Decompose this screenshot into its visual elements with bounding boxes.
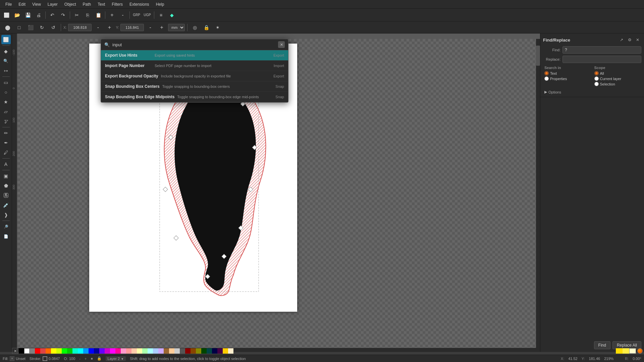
- scrollbar-thumb[interactable]: [536, 46, 540, 66]
- print-btn[interactable]: 🖨: [34, 10, 44, 20]
- find-close-btn[interactable]: ✕: [634, 36, 641, 44]
- calligraphy-tool[interactable]: 🖊: [1, 148, 11, 157]
- ungroup-btn[interactable]: UGP: [142, 10, 152, 20]
- swatch-dark-purple[interactable]: [217, 348, 223, 354]
- zoom-level[interactable]: 219%: [604, 357, 621, 361]
- cmd-result-snap-edge[interactable]: Snap Bounding Box Edge Midpoints Toggle …: [101, 92, 288, 102]
- swatch-dark-teal[interactable]: [207, 348, 212, 354]
- cmd-result-snap-bbox[interactable]: Snap Bounding Box Centers Toggle snappin…: [101, 81, 288, 92]
- swatch-yellow-green[interactable]: [56, 348, 62, 354]
- node-tool[interactable]: ◆: [1, 47, 11, 56]
- swatch-red2[interactable]: [40, 348, 46, 354]
- swatch-skin[interactable]: [169, 348, 174, 354]
- swatch-peach[interactable]: [131, 348, 137, 354]
- mesh-tool[interactable]: ⬟: [1, 181, 11, 190]
- swatch-white[interactable]: [24, 348, 30, 354]
- redo-btn[interactable]: ↷: [58, 10, 68, 20]
- transform-btn[interactable]: ⬛: [25, 23, 36, 32]
- fill-swatch[interactable]: ✕: [10, 356, 14, 361]
- swatch-dark-green[interactable]: [201, 348, 207, 354]
- cmd-result-import-page[interactable]: Import Page Number Select PDF page numbe…: [101, 61, 288, 71]
- open-btn[interactable]: 📂: [12, 10, 22, 20]
- swatch-green1[interactable]: [62, 348, 67, 354]
- text-tool[interactable]: A: [1, 160, 11, 169]
- nodes-btn[interactable]: ◆: [167, 10, 177, 20]
- swatch-cyan[interactable]: [78, 348, 83, 354]
- swatch-yellow[interactable]: [51, 348, 56, 354]
- swatch-violet[interactable]: [99, 348, 105, 354]
- x-coord-input[interactable]: [68, 24, 92, 31]
- swatch-sky[interactable]: [83, 348, 89, 354]
- find-undock-btn[interactable]: ↗: [618, 36, 625, 44]
- swatch-lavender[interactable]: [158, 348, 164, 354]
- menu-file[interactable]: File: [3, 1, 14, 7]
- cut-btn[interactable]: ✂: [72, 10, 82, 20]
- pencil-tool[interactable]: ✏: [1, 128, 11, 138]
- lock-btn[interactable]: 🔒: [97, 356, 102, 361]
- swatch-lt-gray[interactable]: [174, 348, 180, 354]
- y-plus-btn[interactable]: +: [157, 23, 167, 32]
- command-clear-btn[interactable]: ✕: [278, 41, 285, 48]
- swatch-yellow-end2[interactable]: [623, 348, 629, 354]
- swatch-red1[interactable]: [35, 348, 40, 354]
- rect-tool[interactable]: ▭: [1, 78, 11, 87]
- swatch-dark-orange[interactable]: [191, 348, 196, 354]
- menu-object[interactable]: Object: [62, 1, 79, 7]
- undo-btn[interactable]: ↶: [47, 10, 57, 20]
- swatch-navy[interactable]: [94, 348, 99, 354]
- swatch-light-cyan[interactable]: [148, 348, 153, 354]
- paste-btn[interactable]: 📋: [93, 10, 103, 20]
- swatch-dark-yellow[interactable]: [196, 348, 201, 354]
- cmd-result-export-hints[interactable]: Export Use Hints Export using saved hint…: [101, 50, 288, 61]
- scope-all-radio[interactable]: [594, 71, 599, 75]
- swatch-light-green[interactable]: [142, 348, 148, 354]
- 3d-box-tool[interactable]: ▱: [1, 107, 11, 116]
- group-btn[interactable]: GRP: [131, 10, 142, 20]
- swatch-blue[interactable]: [89, 348, 94, 354]
- menu-extensions[interactable]: Extensions: [127, 1, 152, 7]
- star-tool[interactable]: ★: [1, 97, 11, 107]
- swatch-light-blue[interactable]: [153, 348, 158, 354]
- measure-tool[interactable]: ↦: [1, 66, 11, 75]
- swatch-pink[interactable]: [121, 348, 126, 354]
- layer-selector[interactable]: Layer 2 ▼: [106, 356, 126, 361]
- opacity-minus-btn[interactable]: -: [79, 357, 80, 361]
- menu-filters[interactable]: Filters: [109, 1, 125, 7]
- no-color-swatch[interactable]: ✕: [12, 348, 18, 354]
- menu-view[interactable]: View: [30, 1, 44, 7]
- swatch-light-yellow[interactable]: [137, 348, 142, 354]
- scope-selection-label[interactable]: Selection: [600, 82, 615, 86]
- pen-tool[interactable]: ✒: [1, 138, 11, 147]
- swatch-light-red[interactable]: [126, 348, 131, 354]
- swatch-purple[interactable]: [105, 348, 110, 354]
- unit-select[interactable]: mmpxcm: [168, 24, 185, 31]
- swatch-dk-gray[interactable]: [180, 348, 185, 354]
- rotate-cw-btn[interactable]: ↻: [37, 23, 47, 32]
- swatch-gray1[interactable]: [30, 348, 35, 354]
- select-mode-btn[interactable]: ⬤: [3, 23, 13, 32]
- replace-input[interactable]: [562, 56, 641, 63]
- swatch-brown[interactable]: [164, 348, 169, 354]
- find-input[interactable]: [562, 46, 641, 54]
- cmd-result-export-bg[interactable]: Export Background Opacity Include backgr…: [101, 71, 288, 81]
- command-search-input[interactable]: [112, 42, 275, 47]
- swatch-black[interactable]: [19, 348, 24, 354]
- search-text-label[interactable]: Text: [550, 71, 557, 75]
- copy-btn[interactable]: ⎘: [83, 10, 93, 20]
- zoom-tool[interactable]: 🔍: [1, 56, 11, 66]
- swatch-teal[interactable]: [72, 348, 78, 354]
- swatch-white-end[interactable]: [629, 348, 636, 354]
- y-coord-input[interactable]: [120, 24, 144, 31]
- zoom-left-tool[interactable]: 🔎: [1, 222, 11, 231]
- swatch-beige[interactable]: [228, 348, 233, 354]
- selector-tool[interactable]: ⬜: [1, 35, 11, 44]
- pages-tool[interactable]: 📄: [1, 232, 11, 241]
- scope-layer-radio[interactable]: [594, 76, 599, 81]
- rotate-ccw-btn[interactable]: ↺: [48, 23, 58, 32]
- search-properties-label[interactable]: Properties: [550, 77, 567, 81]
- menu-layer[interactable]: Layer: [45, 1, 60, 7]
- search-text-radio[interactable]: [544, 71, 549, 75]
- new-btn[interactable]: ⬜: [1, 10, 11, 20]
- scope-layer-label[interactable]: Current layer: [600, 77, 622, 81]
- swatch-hot-pink[interactable]: [115, 348, 121, 354]
